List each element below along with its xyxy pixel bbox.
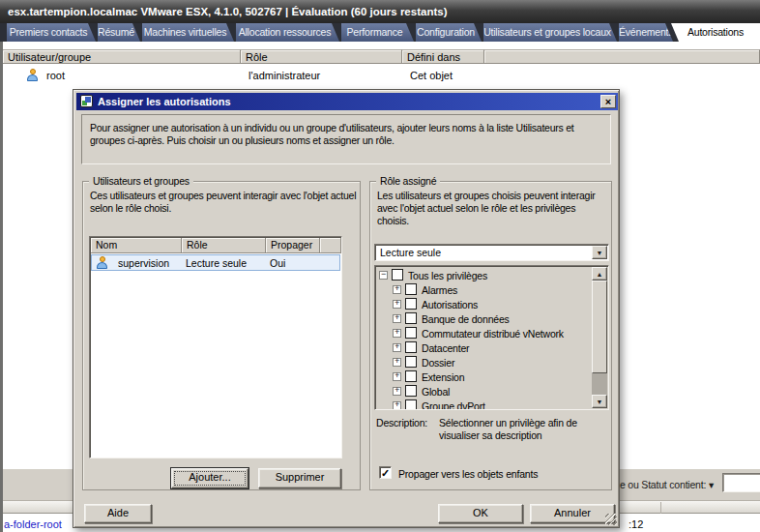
task-target-link[interactable]: a-folder-root	[4, 518, 62, 530]
close-icon[interactable]: ×	[600, 95, 616, 108]
tree-item[interactable]: +Extension	[393, 370, 586, 385]
resize-grip[interactable]	[605, 514, 617, 525]
scrollbar-thumb[interactable]	[592, 281, 607, 373]
tree-item[interactable]: +Commutateur distribué vNetwork	[393, 327, 605, 341]
expand-icon[interactable]: +	[393, 387, 401, 396]
vsphere-app-icon	[80, 95, 93, 107]
users-list[interactable]: Nom Rôle Propager supervision Lecture se…	[89, 236, 342, 458]
checkbox[interactable]	[405, 341, 417, 353]
checkbox[interactable]	[405, 312, 417, 324]
role-groupbox-label: Rôle assigné	[376, 175, 440, 187]
remove-button[interactable]: Supprimer	[258, 468, 341, 488]
dialog-titlebar[interactable]: Assigner les autorisations ×	[76, 93, 618, 110]
expand-icon[interactable]: +	[393, 300, 401, 309]
tree-item-label: Dossier	[422, 356, 454, 369]
user-role: Lecture seule	[186, 257, 247, 270]
col-header-filler	[484, 49, 760, 64]
users-col-propager[interactable]: Propager	[266, 238, 320, 253]
tasks-filter-input[interactable]	[722, 473, 760, 492]
permissions-table-header: Utilisateur/groupe Rôle Défini dans	[3, 49, 760, 64]
dialog-instruction: Pour assigner une autorisation à un indi…	[81, 114, 611, 164]
tree-root-label: Tous les privilèges	[408, 269, 487, 282]
users-group-desc: Ces utilisateurs et groupes peuvent inte…	[90, 190, 357, 215]
tree-item-label: Global	[422, 385, 450, 399]
tasks-filter-label[interactable]: e ou Statut contient: ▾	[620, 479, 714, 490]
chevron-down-icon[interactable]: ▼	[592, 246, 607, 259]
tab-allocation-ressources[interactable]: Allocation ressources	[236, 23, 339, 42]
tab-premiers-contacts[interactable]: Premiers contacts	[7, 23, 96, 42]
col-header-defini-dans[interactable]: Défini dans	[402, 49, 484, 64]
collapse-icon[interactable]: −	[379, 271, 388, 280]
role-group-desc: Les utilisateurs et groupes choisis peuv…	[377, 190, 609, 227]
tab-evenements[interactable]: Événements	[619, 23, 673, 42]
checkbox[interactable]	[405, 298, 417, 310]
expand-icon[interactable]: +	[393, 329, 401, 338]
tree-item-label: Banque de données	[422, 312, 510, 326]
checkbox[interactable]	[405, 385, 417, 397]
users-col-nom[interactable]: Nom	[91, 238, 182, 253]
perm-defined-in: Cet objet	[410, 70, 453, 82]
tab-machines-virtuelles[interactable]: Machines virtuelles	[142, 23, 234, 42]
perm-user-name: root	[46, 70, 65, 82]
checkbox-all-privileges[interactable]	[392, 269, 403, 281]
tab-configuration[interactable]: Configuration	[416, 23, 482, 42]
tree-item[interactable]: +Groupe dvPort	[393, 399, 586, 410]
col-header-role[interactable]: Rôle	[241, 49, 402, 64]
tree-item[interactable]: +Datacenter	[393, 341, 586, 356]
expand-icon[interactable]: +	[393, 285, 401, 294]
add-button[interactable]: Ajouter...	[171, 468, 248, 488]
tree-item-label: Datacenter	[422, 341, 469, 355]
permissions-row-root[interactable]: root l'administrateur Cet objet	[3, 68, 760, 84]
tree-item-root[interactable]: − Tous les privilèges	[379, 269, 582, 283]
ok-button[interactable]: OK	[438, 504, 523, 523]
checkbox[interactable]	[405, 283, 417, 295]
perm-role: l'administrateur	[248, 70, 320, 82]
checkbox[interactable]	[405, 399, 417, 410]
tree-item-label: Commutateur distribué vNetwork	[422, 327, 564, 340]
users-groupbox-label: Utilisateurs et groupes	[89, 175, 193, 187]
col-header-utilisateur-groupe[interactable]: Utilisateur/groupe	[3, 49, 241, 64]
user-row-supervision[interactable]: supervision Lecture seule Oui	[91, 254, 340, 271]
checkbox[interactable]	[405, 327, 417, 339]
tab-utilisateurs-groupes-locaux[interactable]: Utilisateurs et groupes locaux	[483, 23, 617, 42]
tree-item[interactable]: +Autorisations	[393, 298, 586, 312]
description-label: Description:	[376, 417, 427, 429]
tab-autorisations[interactable]: Autorisations	[671, 23, 760, 42]
checkbox[interactable]	[405, 370, 417, 382]
checkbox[interactable]	[405, 356, 417, 368]
users-col-role[interactable]: Rôle	[182, 238, 266, 253]
tasks-header-divider	[660, 502, 661, 514]
user-propagate: Oui	[270, 257, 285, 270]
cancel-button[interactable]: Annuler	[530, 504, 615, 523]
vsphere-client-window: esx.tartempion.localmac VMware ESX, 4.1.…	[0, 0, 760, 532]
role-groupbox: Rôle assigné Les utilisateurs et groupes…	[369, 181, 612, 490]
scroll-up-icon[interactable]: ▲	[592, 267, 607, 281]
expand-icon[interactable]: +	[393, 343, 401, 352]
propagate-checkbox-label: Propager vers les objets enfants	[398, 468, 538, 480]
tab-resume[interactable]: Résumé	[98, 23, 140, 42]
description-text-line1: Sélectionner un privilège afin de	[439, 417, 577, 429]
tree-item-label: Alarmes	[422, 283, 457, 297]
tree-item-label: Extension	[422, 370, 464, 384]
expand-icon[interactable]: +	[393, 401, 401, 410]
tree-item[interactable]: +Global	[393, 385, 586, 399]
tab-performance[interactable]: Performance	[341, 23, 414, 42]
tree-item[interactable]: +Banque de données	[393, 312, 586, 327]
window-title: esx.tartempion.localmac VMware ESX, 4.1.…	[8, 6, 447, 17]
expand-icon[interactable]: +	[393, 358, 401, 367]
expand-icon[interactable]: +	[393, 314, 401, 323]
user-icon	[97, 256, 108, 270]
scroll-down-icon[interactable]: ▼	[592, 395, 607, 408]
tree-item[interactable]: +Alarmes	[393, 283, 586, 298]
expand-icon[interactable]: +	[393, 372, 401, 381]
privileges-tree[interactable]: − Tous les privilèges +Alarmes +Autorisa…	[374, 265, 609, 410]
users-col-filler	[320, 238, 341, 253]
propagate-checkbox[interactable]: ✓	[379, 466, 392, 479]
tree-item-label: Autorisations	[422, 298, 478, 311]
user-icon	[27, 69, 39, 82]
tab-strip: Premiers contacts Résumé Machines virtue…	[0, 23, 760, 42]
help-button[interactable]: Aide	[84, 504, 152, 523]
tree-scrollbar[interactable]: ▲ ▼	[592, 267, 607, 408]
role-select[interactable]: Lecture seule ▼	[374, 244, 609, 261]
tree-item[interactable]: +Dossier	[393, 356, 586, 370]
